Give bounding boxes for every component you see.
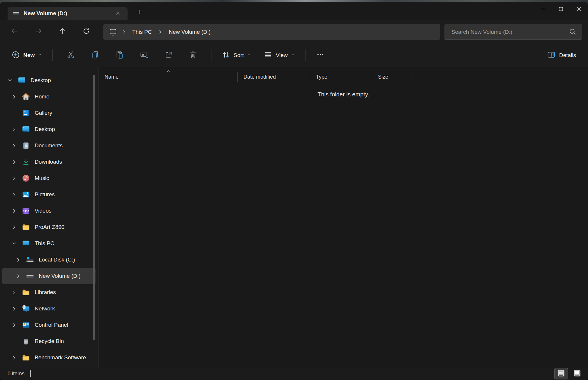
view-button[interactable]: View — [259, 48, 299, 63]
column-header-name[interactable]: Name — [99, 71, 238, 83]
chevron-right-icon[interactable] — [11, 142, 17, 149]
new-button[interactable]: New — [8, 48, 47, 63]
toolbar-separator — [305, 50, 306, 61]
network-icon — [21, 304, 31, 314]
cut-button[interactable] — [63, 48, 79, 63]
chevron-right-icon[interactable] — [11, 305, 17, 312]
chevron-right-icon[interactable] — [11, 191, 17, 198]
folder-icon — [21, 222, 31, 232]
sidebar-item-label: Desktop — [35, 126, 55, 132]
details-pane-button[interactable]: Details — [543, 48, 580, 63]
chevron-down-icon[interactable] — [7, 77, 13, 84]
rename-icon — [140, 50, 149, 60]
share-button[interactable] — [161, 48, 176, 63]
new-button-label: New — [23, 52, 35, 59]
sidebar-item-label: Downloads — [35, 159, 62, 165]
sidebar-item-desktop[interactable]: Desktop — [2, 72, 96, 89]
sidebar-item-new-volume-d[interactable]: New Volume (D:) — [2, 268, 96, 284]
chevron-down-icon — [247, 53, 251, 58]
rename-button[interactable] — [136, 48, 152, 63]
breadcrumb-this-pc[interactable]: This PC — [128, 27, 156, 37]
sidebar-item-recycle-bin[interactable]: Recycle Bin — [2, 333, 96, 349]
column-header-label: Name — [105, 74, 119, 80]
delete-button[interactable] — [185, 48, 201, 63]
tab-close-icon[interactable] — [113, 8, 123, 18]
chevron-right-icon[interactable] — [11, 208, 17, 214]
sidebar-item-videos[interactable]: Videos — [2, 203, 96, 219]
sidebar-item-music[interactable]: Music — [2, 170, 96, 186]
chevron-right-icon[interactable] — [11, 224, 17, 230]
refresh-icon — [82, 27, 90, 36]
sidebar-item-label: Control Panel — [35, 322, 68, 328]
tab-title: New Volume (D:) — [24, 10, 67, 17]
icons-view-toggle[interactable] — [571, 368, 584, 379]
list-view-icon — [557, 370, 566, 378]
chevron-right-icon[interactable] — [11, 354, 17, 361]
sidebar-item-control-panel[interactable]: Control Panel — [2, 317, 96, 333]
search-input[interactable] — [444, 24, 582, 40]
sidebar-item-proart-z890[interactable]: ProArt Z890 — [2, 219, 96, 235]
sidebar-item-desktop[interactable]: Desktop — [2, 121, 96, 137]
sidebar-item-label: Desktop — [31, 77, 51, 84]
view-icon — [264, 50, 273, 60]
breadcrumb-new-volume-d[interactable]: New Volume (D:) — [165, 27, 215, 37]
sort-button[interactable]: Sort — [217, 48, 255, 63]
maximize-button[interactable] — [552, 2, 570, 16]
sidebar-scrollbar[interactable] — [93, 75, 95, 340]
details-panel-icon — [547, 50, 556, 60]
paste-button[interactable] — [112, 48, 128, 63]
gallery-icon — [21, 108, 31, 118]
sidebar-item-network[interactable]: Network — [2, 301, 96, 317]
sidebar-item-benchmark-software[interactable]: Benchmark Software — [2, 349, 96, 366]
paste-icon — [115, 50, 124, 60]
toolbar-separator — [211, 50, 211, 61]
chevron-right-icon[interactable] — [11, 126, 17, 132]
chevron-right-icon[interactable] — [11, 175, 17, 181]
sidebar-item-label: Music — [35, 175, 49, 181]
music-icon — [21, 173, 31, 183]
sidebar-item-label: Documents — [35, 142, 63, 149]
details-view-toggle[interactable] — [555, 368, 568, 379]
recycle-bin-icon — [21, 336, 31, 346]
chevron-right-icon[interactable] — [15, 257, 21, 263]
up-button[interactable] — [54, 24, 71, 40]
refresh-button[interactable] — [77, 24, 95, 40]
column-header-date-modified[interactable]: Date modified — [238, 71, 310, 83]
navigation-pane: DesktopHomeGalleryDesktopDocumentsDownlo… — [0, 67, 98, 367]
chevron-right-icon[interactable] — [11, 322, 17, 328]
sidebar-item-local-disk-c[interactable]: Local Disk (C:) — [2, 252, 96, 268]
column-header-size[interactable]: Size — [372, 71, 412, 83]
sidebar-item-pictures[interactable]: Pictures — [2, 186, 96, 203]
sidebar-item-libraries[interactable]: Libraries — [2, 284, 96, 301]
chevron-right-icon[interactable] — [11, 93, 17, 100]
documents-icon — [21, 141, 31, 151]
sidebar-item-label: Libraries — [35, 289, 56, 296]
chevron-right-icon[interactable] — [11, 289, 17, 296]
chevron-down-icon — [291, 53, 295, 58]
copy-button[interactable] — [87, 48, 103, 63]
chevron-right-icon[interactable] — [11, 159, 17, 165]
sidebar-item-gallery[interactable]: Gallery — [2, 105, 96, 121]
chevron-right-icon[interactable] — [15, 273, 21, 279]
minimize-button[interactable] — [534, 2, 552, 16]
monitor-icon[interactable] — [107, 26, 119, 38]
sidebar-item-documents[interactable]: Documents — [2, 137, 96, 154]
window-caption-controls — [534, 2, 588, 16]
sidebar-item-this-pc[interactable]: This PC — [2, 235, 96, 252]
cut-icon — [66, 50, 75, 60]
sort-icon — [222, 50, 230, 60]
copy-icon — [91, 50, 100, 60]
forward-button[interactable] — [30, 24, 47, 40]
sidebar-item-label: Recycle Bin — [35, 338, 64, 344]
sidebar-item-downloads[interactable]: Downloads — [2, 154, 96, 170]
tab-new-volume[interactable]: New Volume (D:) — [8, 7, 128, 20]
sidebar-item-home[interactable]: Home — [2, 89, 96, 105]
close-button[interactable] — [570, 2, 588, 16]
column-header-type[interactable]: Type — [310, 71, 372, 83]
new-tab-button[interactable] — [133, 7, 146, 18]
see-more-button[interactable] — [312, 48, 328, 63]
back-button[interactable] — [6, 24, 23, 40]
chevron-down-icon[interactable] — [11, 240, 17, 247]
column-header-label: Type — [316, 74, 327, 80]
sidebar-item-label: Pictures — [35, 191, 55, 198]
